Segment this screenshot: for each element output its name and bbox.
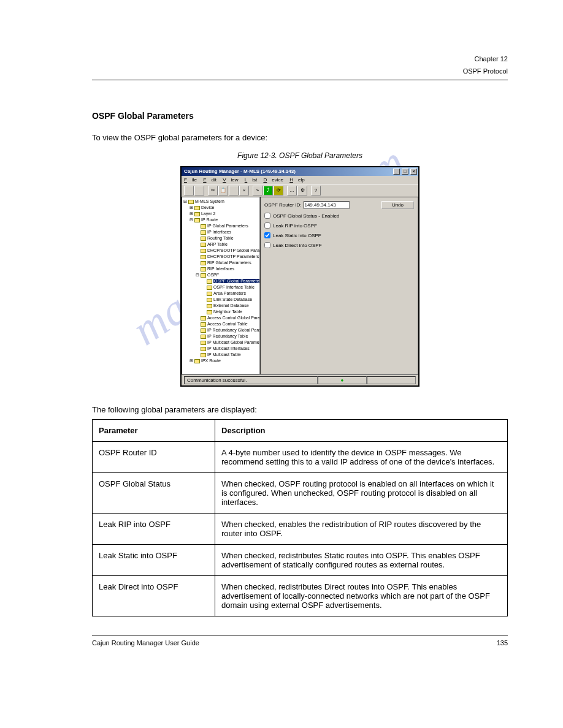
tree-ospf-item[interactable]: Area Parameters — [213, 291, 246, 295]
tree-item[interactable]: IP Global Parameters — [207, 224, 248, 228]
folder-icon — [194, 206, 200, 210]
status-led-icon: ● — [341, 377, 344, 383]
tree-item[interactable]: RIP Interfaces — [207, 267, 234, 271]
menu-device[interactable]: Device — [263, 177, 283, 183]
tb-sep2 — [250, 186, 252, 195]
menu-view[interactable]: View — [223, 177, 238, 183]
folder-icon — [201, 230, 206, 235]
tree-item[interactable]: IP Multicast Interfaces — [207, 346, 250, 351]
folder-icon — [201, 237, 206, 241]
tree-item[interactable]: IP Multicast Global Parameters — [207, 340, 260, 344]
folder-icon — [207, 292, 212, 296]
tree-item[interactable]: IP Redundancy Global Parameters — [207, 328, 260, 332]
tree-root[interactable]: M-MLS System — [195, 199, 224, 203]
tb-sep4 — [308, 186, 310, 195]
chk-label: Leak RIP into OSPF — [273, 223, 317, 229]
status-bar: Communication successful. ● — [182, 374, 418, 385]
tree-ospf-item[interactable]: Neighbor Table — [213, 309, 242, 314]
tree-item[interactable]: IP Redundancy Table — [207, 334, 248, 338]
folder-icon — [201, 243, 206, 247]
folder-icon — [201, 255, 206, 259]
footer-title: Cajun Routing Manager User Guide — [92, 639, 199, 646]
chk-leak-direct[interactable] — [264, 242, 270, 248]
folder-icon — [201, 267, 206, 271]
folder-icon — [207, 310, 212, 314]
bottom-rule — [92, 635, 508, 635]
window-title: Cajun Routing Manager - M-MLS (149.49.34… — [184, 169, 296, 175]
folder-icon — [201, 341, 206, 345]
folder-icon — [201, 224, 206, 229]
tree-ospf-item[interactable]: External Database — [213, 303, 249, 308]
cell-param: OSPF Global Status — [93, 473, 215, 514]
tb-11[interactable]: ⚙ — [297, 186, 307, 195]
tb-10[interactable]: … — [287, 186, 297, 195]
folder-icon — [201, 328, 206, 333]
tb-3[interactable]: ✂ — [208, 186, 218, 195]
table-intro: The following global parameters are disp… — [92, 405, 508, 414]
topic-label: OSPF Protocol — [463, 67, 508, 75]
cell-param: Leak RIP into OSPF — [93, 514, 215, 545]
cell-param: Leak Direct into OSPF — [93, 576, 215, 616]
tree-item[interactable]: DHCP/BOOTP Parameters — [207, 254, 259, 259]
tree-ipx[interactable]: IPX Route — [201, 358, 221, 363]
tree-ospf[interactable]: OSPF — [207, 273, 219, 277]
tree-item[interactable]: IP Interfaces — [207, 230, 231, 234]
tree-item[interactable]: Access Control Table — [207, 322, 248, 326]
tb-help[interactable]: ? — [311, 186, 321, 195]
cell-param: OSPF Router ID — [93, 442, 215, 473]
menu-file[interactable]: File — [184, 177, 197, 183]
tree-item[interactable]: IP Multicast Table — [207, 352, 241, 357]
toolbar: ✂ 📋 × » ⤴ ⟳ … ⚙ ? — [182, 184, 418, 197]
tree-layer2[interactable]: Layer 2 — [201, 211, 215, 216]
tb-1[interactable] — [184, 186, 194, 195]
folder-icon — [207, 304, 212, 308]
params-table: Parameter Description OSPF Router ID A 4… — [92, 419, 508, 616]
folder-icon — [194, 218, 200, 222]
folder-icon — [201, 261, 206, 265]
folder-icon — [201, 273, 206, 278]
title-bar: Cajun Routing Manager - M-MLS (149.49.34… — [182, 167, 418, 176]
tb-9[interactable]: ⟳ — [274, 186, 283, 195]
tb-2[interactable] — [194, 186, 204, 195]
undo-button[interactable]: Undo — [381, 201, 414, 209]
tree-item[interactable]: RIP Global Parameters — [207, 260, 251, 265]
folder-icon — [207, 298, 212, 302]
table-row: OSPF Router ID A 4-byte number used to i… — [93, 442, 508, 473]
cell-param: Leak Static into OSPF — [93, 545, 215, 576]
folder-icon — [188, 200, 194, 204]
chk-label: Leak Direct into OSPF — [273, 243, 322, 248]
status-empty — [367, 376, 416, 384]
table-row: Leak RIP into OSPF When checked, enables… — [93, 514, 508, 545]
tree-item[interactable]: Access Control Global Parameters — [207, 316, 260, 320]
maximize-button[interactable]: □ — [402, 169, 408, 175]
minimize-button[interactable]: _ — [393, 169, 400, 175]
close-button[interactable]: × — [410, 169, 417, 175]
tree-ospf-global[interactable]: OSPF Global Parameters — [213, 279, 260, 283]
chapter-label: Chapter 12 — [475, 55, 508, 63]
th-param: Parameter — [93, 420, 215, 442]
form-panel: OSPF Router ID: Undo OSPF Global Status … — [260, 197, 418, 374]
chk-leak-static[interactable] — [264, 232, 270, 238]
nav-tree[interactable]: ⊟ M-MLS System ⊞ Device ⊞ Layer 2 ⊟ IP R… — [182, 197, 260, 374]
tb-4[interactable]: 📋 — [218, 186, 228, 195]
tree-ospf-item[interactable]: OSPF Interface Table — [213, 285, 255, 289]
tb-6[interactable]: × — [239, 186, 249, 195]
menu-edit[interactable]: Edit — [203, 177, 216, 183]
tree-item[interactable]: Routing Table — [207, 236, 234, 240]
tree-iproute[interactable]: IP Route — [201, 218, 218, 222]
chk-global-status[interactable] — [264, 213, 270, 219]
chk-leak-rip[interactable] — [264, 222, 270, 229]
router-id-input[interactable] — [304, 201, 350, 209]
th-desc: Description — [215, 420, 508, 442]
tree-item[interactable]: DHCP/BOOTP Global Parameters — [207, 248, 260, 252]
menu-list[interactable]: List — [245, 177, 257, 183]
menu-help[interactable]: Help — [289, 177, 304, 183]
tree-item[interactable]: ARP Table — [207, 242, 228, 246]
tree-ospf-item[interactable]: Link State Database — [213, 297, 252, 301]
tb-sep3 — [284, 186, 286, 195]
tb-8[interactable]: ⤴ — [263, 186, 273, 195]
tree-device[interactable]: Device — [201, 205, 214, 210]
tb-5[interactable] — [229, 186, 239, 195]
folder-icon — [194, 212, 200, 216]
tb-7[interactable]: » — [253, 186, 262, 195]
